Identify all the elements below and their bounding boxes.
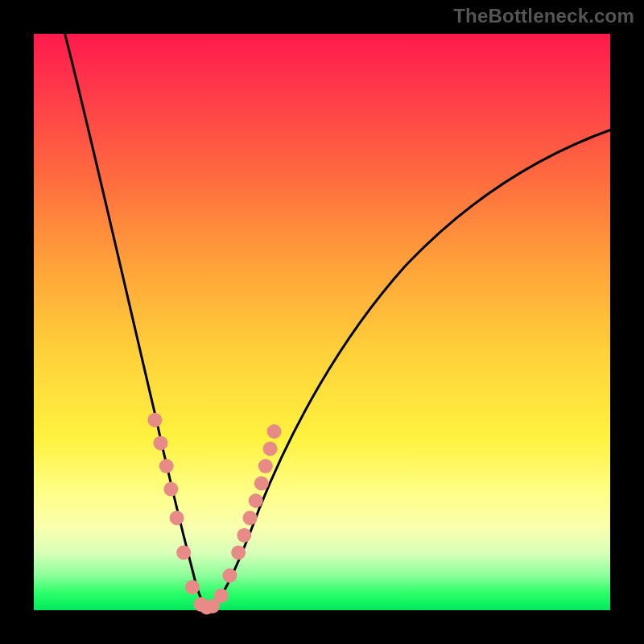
highlight-dot [258, 459, 273, 473]
highlight-dot [222, 568, 237, 583]
highlight-dot [163, 482, 178, 497]
highlight-dots [147, 413, 281, 615]
highlight-dot [159, 459, 174, 473]
highlight-dot [237, 528, 251, 543]
bottleneck-curve-left [63, 26, 208, 609]
highlight-dot [170, 510, 184, 525]
highlight-dot [185, 580, 200, 594]
outer-frame: TheBottleneck.com [0, 0, 644, 644]
highlight-dot [154, 436, 168, 450]
highlight-dot [231, 545, 246, 559]
highlight-dot [249, 493, 263, 508]
highlight-dot [176, 545, 191, 559]
chart-svg [34, 34, 610, 610]
highlight-dot [254, 477, 269, 491]
highlight-dot [267, 424, 282, 439]
bottleneck-curve-right [208, 129, 613, 609]
curve-group [63, 26, 613, 609]
highlight-dot [214, 588, 229, 603]
highlight-dot [243, 510, 258, 525]
highlight-dot [147, 413, 162, 427]
watermark-text: TheBottleneck.com [453, 5, 634, 27]
highlight-dot [263, 442, 278, 456]
